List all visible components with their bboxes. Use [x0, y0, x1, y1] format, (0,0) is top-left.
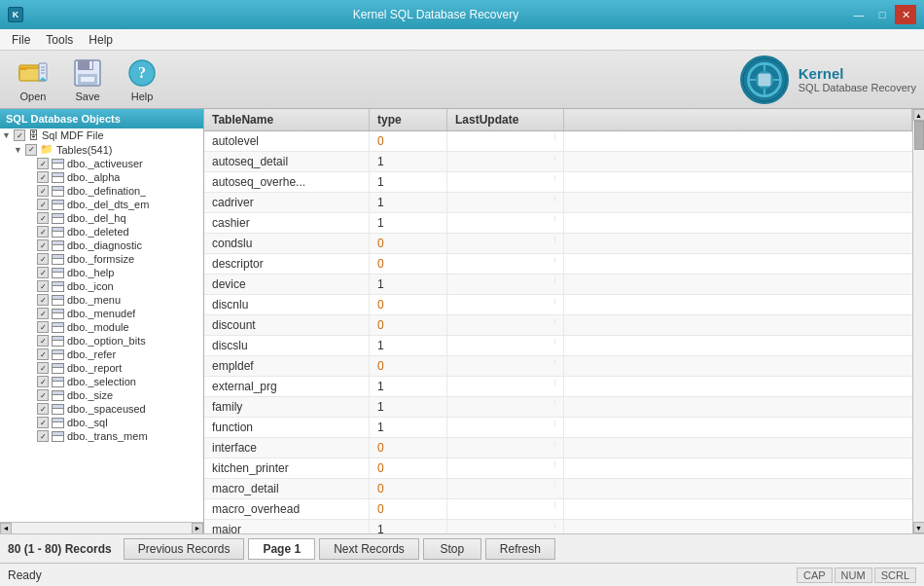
tree-item[interactable]: ✓ dbo._size — [0, 388, 203, 402]
table-row[interactable]: kitchen_printer 0 — [204, 458, 912, 479]
tree-checkbox[interactable]: ✓ — [37, 158, 49, 169]
cell-type: 0 — [370, 295, 447, 314]
tree-checkbox[interactable]: ✓ — [37, 389, 49, 401]
tree-checkbox[interactable]: ✓ — [37, 417, 49, 428]
cell-extra — [455, 318, 555, 324]
scroll-down-arrow[interactable]: ▼ — [913, 522, 925, 533]
minimize-button[interactable]: — — [848, 5, 870, 24]
tree-view[interactable]: ▼✓🗄Sql MDF File▼✓📁Tables(541) ✓ dbo._act… — [0, 128, 203, 522]
tree-checkbox[interactable]: ✓ — [37, 171, 49, 183]
close-button[interactable]: ✕ — [895, 5, 916, 24]
tree-item[interactable]: ✓ dbo._menu — [0, 293, 203, 307]
tree-item[interactable]: ✓ dbo._report — [0, 361, 203, 375]
prev-records-button[interactable]: Previous Records — [124, 538, 245, 560]
tree-item[interactable]: ✓ dbo._help — [0, 266, 203, 279]
tree-item[interactable]: ✓ dbo._diagnostic — [0, 238, 203, 252]
table-row[interactable]: external_prg 1 — [204, 377, 912, 397]
table-row[interactable]: macro_detail 0 — [204, 479, 912, 499]
table-row[interactable]: device 1 — [204, 275, 912, 295]
tree-item[interactable]: ✓ dbo._module — [0, 320, 203, 334]
menu-help[interactable]: Help — [81, 31, 121, 49]
table-row[interactable]: cadriver 1 — [204, 193, 912, 213]
scroll-right-arrow[interactable]: ► — [192, 523, 203, 534]
tree-checkbox[interactable]: ✓ — [37, 362, 49, 374]
tree-item[interactable]: ✓ dbo._option_bits — [0, 334, 203, 348]
scroll-left-arrow[interactable]: ◄ — [0, 523, 12, 534]
tree-label: dbo._option_bits — [67, 335, 146, 347]
tree-checkbox[interactable]: ✓ — [37, 239, 49, 251]
table-row[interactable]: autolevel 0 — [204, 131, 912, 152]
tree-item[interactable]: ✓ dbo._selection — [0, 375, 203, 388]
tree-item[interactable]: ✓ dbo._activeuser — [0, 157, 203, 170]
table-row[interactable]: function 1 — [204, 418, 912, 438]
tree-item[interactable]: ✓ dbo._trans_mem — [0, 429, 203, 443]
cell-lastupdate — [447, 377, 564, 396]
table-row[interactable]: discslu 1 — [204, 336, 912, 356]
tree-checkbox[interactable]: ✓ — [37, 308, 49, 319]
refresh-button[interactable]: Refresh — [485, 538, 555, 560]
table-row[interactable]: descriptor 0 — [204, 254, 912, 275]
tree-checkbox[interactable]: ✓ — [37, 376, 49, 387]
tree-checkbox[interactable]: ✓ — [37, 226, 49, 238]
table-row[interactable]: cashier 1 — [204, 213, 912, 234]
table-row[interactable]: family 1 — [204, 397, 912, 418]
tree-item[interactable]: ✓ dbo._defination_ — [0, 184, 203, 198]
table-row[interactable]: autoseq_detail 1 — [204, 152, 912, 172]
table-row[interactable]: autoseq_overhe... 1 — [204, 172, 912, 193]
tree-checkbox[interactable]: ✓ — [25, 144, 37, 156]
table-row[interactable]: condslu 0 — [204, 234, 912, 254]
logo-area: Kernel SQL Database Recovery — [740, 55, 916, 104]
tree-checkbox[interactable]: ✓ — [37, 280, 49, 292]
menu-file[interactable]: File — [4, 31, 38, 49]
tree-item[interactable]: ✓ dbo._sql — [0, 416, 203, 429]
table-icon — [52, 404, 64, 415]
menu-tools[interactable]: Tools — [38, 31, 81, 49]
next-records-button[interactable]: Next Records — [319, 538, 419, 560]
tree-item[interactable]: ✓ dbo._deleted — [0, 225, 203, 238]
tree-item[interactable]: ✓ dbo._menudef — [0, 307, 203, 320]
tree-item[interactable]: ✓ dbo._spaceused — [0, 402, 203, 416]
tree-item[interactable]: ✓ dbo._icon — [0, 279, 203, 293]
tree-item[interactable]: ✓ dbo._formsize — [0, 252, 203, 266]
tree-item[interactable]: ✓ dbo._alpha — [0, 170, 203, 184]
tree-checkbox[interactable]: ✓ — [37, 430, 49, 442]
table-row[interactable]: major 1 — [204, 520, 912, 533]
table-row[interactable]: discnlu 0 — [204, 295, 912, 315]
tree-checkbox[interactable]: ✓ — [37, 348, 49, 360]
table-row[interactable]: interface 0 — [204, 438, 912, 458]
tree-checkbox[interactable]: ✓ — [37, 321, 49, 333]
save-button[interactable]: Save — [62, 55, 113, 104]
scroll-thumb[interactable] — [914, 121, 924, 150]
table-body[interactable]: autolevel 0 autoseq_detail 1 autoseq_ove… — [204, 131, 912, 533]
tree-checkbox[interactable]: ✓ — [37, 199, 49, 210]
table-row[interactable]: macro_overhead 0 — [204, 499, 912, 520]
stop-button[interactable]: Stop — [423, 538, 481, 560]
tree-item[interactable]: ✓ dbo._refer — [0, 348, 203, 361]
table-row[interactable]: empldef 0 — [204, 356, 912, 377]
tree-item[interactable]: ✓ dbo._del_hq — [0, 211, 203, 225]
table-icon — [52, 227, 64, 238]
tree-checkbox[interactable]: ✓ — [37, 253, 49, 265]
tree-checkbox[interactable]: ✓ — [37, 267, 49, 278]
tree-label: dbo._sql — [67, 417, 108, 428]
table-row[interactable]: discount 0 — [204, 315, 912, 336]
cell-type: 0 — [370, 254, 447, 274]
tree-checkbox[interactable]: ✓ — [37, 294, 49, 306]
tree-checkbox[interactable]: ✓ — [37, 185, 49, 197]
tree-item[interactable]: ▼✓📁Tables(541) — [0, 142, 203, 157]
tree-item[interactable]: ✓ dbo._del_dts_em — [0, 198, 203, 211]
tree-checkbox[interactable]: ✓ — [37, 212, 49, 224]
help-button[interactable]: ? Help — [117, 55, 167, 104]
tree-checkbox[interactable]: ✓ — [37, 335, 49, 347]
scroll-up-arrow[interactable]: ▲ — [913, 109, 925, 121]
table-icon — [52, 295, 64, 306]
open-button[interactable]: Open — [8, 55, 58, 104]
tree-checkbox[interactable]: ✓ — [14, 129, 25, 141]
tree-item[interactable]: ▼✓🗄Sql MDF File — [0, 128, 203, 142]
tree-expand-arrow[interactable]: ▼ — [2, 130, 14, 140]
maximize-button[interactable]: □ — [871, 5, 893, 24]
tree-expand-arrow[interactable]: ▼ — [14, 145, 25, 155]
cell-tablename: macro_overhead — [204, 499, 370, 519]
tree-checkbox[interactable]: ✓ — [37, 403, 49, 415]
cell-type: 0 — [370, 479, 447, 498]
